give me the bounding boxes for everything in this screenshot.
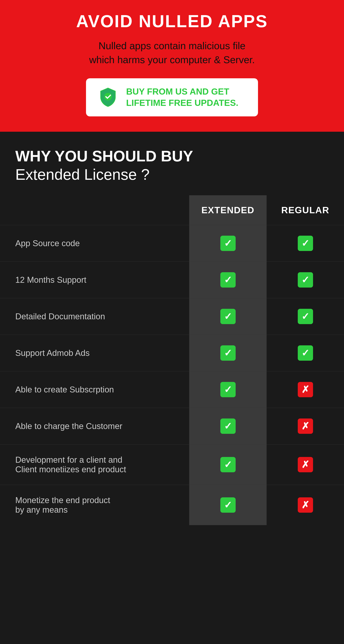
feature-cell: 12 Months Support (0, 262, 189, 298)
feature-cell: Detailed Documentation (0, 298, 189, 335)
x-icon: ✗ (298, 457, 313, 472)
check-icon: ✓ (220, 272, 236, 288)
check-icon: ✓ (220, 497, 236, 513)
col-feature-header (0, 195, 189, 225)
check-icon: ✓ (220, 345, 236, 361)
why-title: WHY YOU SHOULD BUY Extended License ? (15, 147, 329, 184)
why-title-normal: Extended License ? (15, 166, 150, 183)
check-icon: ✓ (220, 236, 236, 251)
table-row: App Source code✓✓ (0, 225, 344, 262)
check-icon: ✓ (220, 457, 236, 472)
table-row: Able to charge the Customer✓✗ (0, 408, 344, 444)
check-icon: ✓ (220, 418, 236, 434)
feature-cell: Development for a client andClient monet… (0, 444, 189, 485)
regular-cell: ✓ (267, 262, 344, 298)
check-icon: ✓ (298, 345, 313, 361)
header-subtitle-line2: which harms your computer & Server. (89, 54, 255, 65)
feature-cell: Able to create Subscrption (0, 372, 189, 408)
regular-cell: ✓ (267, 335, 344, 372)
check-icon: ✓ (298, 272, 313, 288)
feature-cell: Monetize the end productby any means (0, 485, 189, 525)
check-icon: ✓ (220, 382, 236, 397)
table-row: Able to create Subscrption✓✗ (0, 372, 344, 408)
header-title: AVOID NULLED APPS (8, 12, 336, 31)
table-header-row: EXTENDED REGULAR (0, 195, 344, 225)
feature-cell: Able to charge the Customer (0, 408, 189, 444)
badge: BUY FROM US AND GET LIFETIME FREE UPDATE… (86, 78, 258, 116)
badge-text-line2: LIFETIME FREE UPDATES. (126, 98, 238, 108)
regular-cell: ✗ (267, 444, 344, 485)
header-subtitle-line1: Nulled apps contain malicious file (99, 40, 246, 51)
col-regular-header: REGULAR (267, 195, 344, 225)
check-icon: ✓ (298, 236, 313, 251)
badge-text: BUY FROM US AND GET LIFETIME FREE UPDATE… (126, 86, 238, 109)
extended-cell: ✓ (189, 444, 267, 485)
table-row: 12 Months Support✓✓ (0, 262, 344, 298)
why-title-bold: WHY YOU SHOULD BUY (15, 148, 193, 165)
extended-cell: ✓ (189, 335, 267, 372)
regular-cell: ✗ (267, 372, 344, 408)
regular-cell: ✗ (267, 408, 344, 444)
table-row: Monetize the end productby any means✓✗ (0, 485, 344, 525)
table-section: EXTENDED REGULAR App Source code✓✓12 Mon… (0, 195, 344, 536)
table-row: Development for a client andClient monet… (0, 444, 344, 485)
check-icon: ✓ (220, 309, 236, 324)
why-section: WHY YOU SHOULD BUY Extended License ? (0, 132, 344, 195)
comparison-table: EXTENDED REGULAR App Source code✓✓12 Mon… (0, 195, 344, 525)
table-row: Support Admob Ads✓✓ (0, 335, 344, 372)
check-icon: ✓ (298, 309, 313, 324)
feature-cell: Support Admob Ads (0, 335, 189, 372)
x-icon: ✗ (298, 418, 313, 434)
header-subtitle: Nulled apps contain malicious file which… (8, 39, 336, 67)
extended-cell: ✓ (189, 408, 267, 444)
extended-cell: ✓ (189, 262, 267, 298)
table-row: Detailed Documentation✓✓ (0, 298, 344, 335)
extended-cell: ✓ (189, 298, 267, 335)
badge-text-line1: BUY FROM US AND GET (126, 86, 229, 96)
x-icon: ✗ (298, 497, 313, 513)
regular-cell: ✓ (267, 225, 344, 262)
col-extended-header: EXTENDED (189, 195, 267, 225)
extended-cell: ✓ (189, 372, 267, 408)
x-icon: ✗ (298, 382, 313, 397)
regular-cell: ✓ (267, 298, 344, 335)
regular-cell: ✗ (267, 485, 344, 525)
extended-cell: ✓ (189, 225, 267, 262)
feature-cell: App Source code (0, 225, 189, 262)
header-section: AVOID NULLED APPS Nulled apps contain ma… (0, 0, 344, 132)
shield-icon (97, 87, 119, 108)
extended-cell: ✓ (189, 485, 267, 525)
badge-container: BUY FROM US AND GET LIFETIME FREE UPDATE… (8, 78, 336, 116)
